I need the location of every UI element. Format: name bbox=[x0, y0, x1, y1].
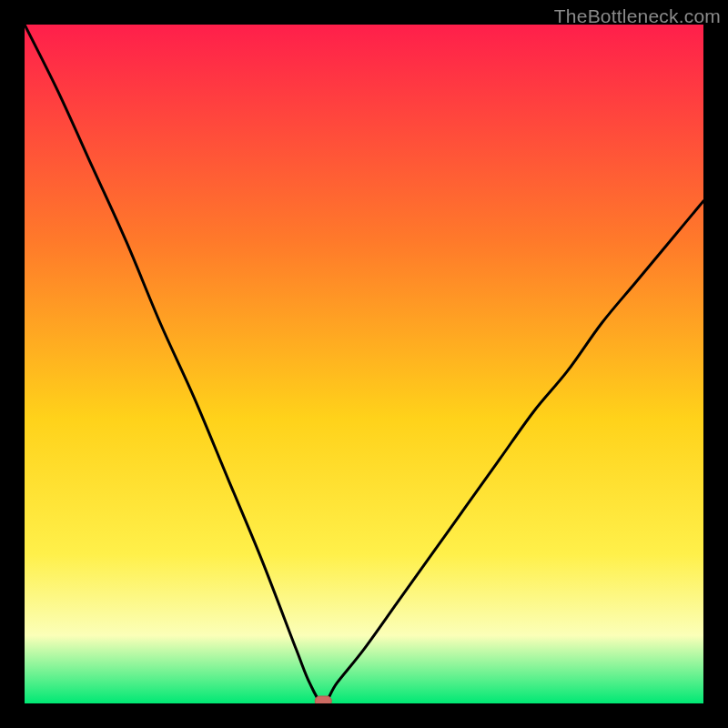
watermark-text: TheBottleneck.com bbox=[554, 5, 721, 27]
min-marker bbox=[315, 696, 331, 703]
plot-area bbox=[25, 25, 703, 703]
bottleneck-curve bbox=[25, 25, 703, 703]
curve-layer bbox=[25, 25, 703, 703]
chart-frame: TheBottleneck.com bbox=[0, 0, 728, 728]
